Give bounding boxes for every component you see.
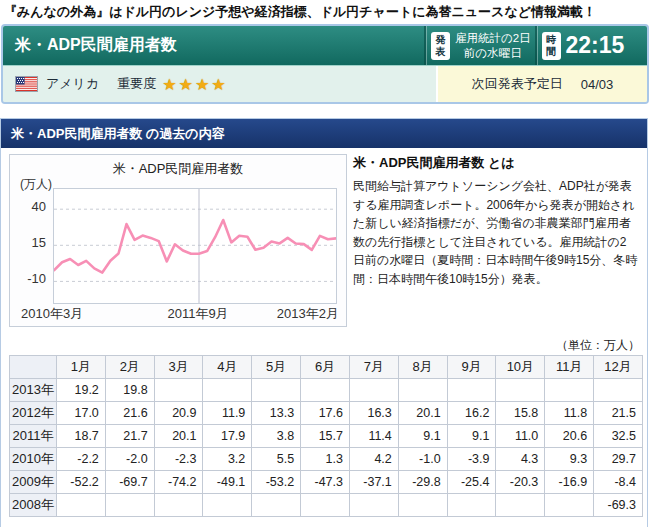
history-table: 1月2月3月4月5月6月7月8月9月10月11月12月 2013年19.219.… [9,355,643,517]
value-cell: -49.1 [203,471,252,494]
month-header: 12月 [594,356,643,379]
value-cell [447,494,496,517]
value-cell: 17.9 [203,425,252,448]
value-cell: 11.0 [496,425,545,448]
value-cell: -52.2 [57,471,106,494]
table-row: 2009年-52.2-69.7-74.2-49.1-53.2-47.3-37.1… [10,471,643,494]
country-label: アメリカ [46,75,99,93]
value-cell: 4.2 [349,448,398,471]
description-body: 民間給与計算アウトソーシング会社、ADP社が発表する雇用調査レポート。2006年… [353,177,638,289]
value-cell: -29.8 [398,471,447,494]
value-cell: 32.5 [594,425,643,448]
description-title: 米・ADP民間雇用者数 とは [353,154,638,172]
value-cell: -8.4 [594,471,643,494]
indicator-description: 米・ADP民間雇用者数 とは 民間給与計算アウトソーシング会社、ADP社が発表す… [353,154,638,289]
month-header: 9月 [447,356,496,379]
month-header: 2月 [105,356,154,379]
table-row: 2010年-2.2-2.0-2.33.25.51.34.2-1.0-3.94.3… [10,448,643,471]
importance-label: 重要度 [117,75,156,93]
chart-x-axis: 2010年3月 2011年9月 2013年2月 [10,305,346,323]
table-header-row: 1月2月3月4月5月6月7月8月9月10月11月12月 [10,356,643,379]
value-cell: 9.3 [545,448,594,471]
indicator-info-row: アメリカ 重要度 ★★★★ 次回発表予定日 04/03 [3,66,647,102]
value-cell [252,379,301,402]
value-cell: -2.0 [105,448,154,471]
year-cell: 2013年 [10,379,57,402]
value-cell: 13.3 [252,402,301,425]
value-cell: 19.8 [105,379,154,402]
corner-cell [10,356,57,379]
value-cell: -16.9 [545,471,594,494]
announce-section: 発表 雇用統計の2日前の水曜日 [424,26,535,65]
value-cell [154,379,203,402]
value-cell: 20.1 [154,425,203,448]
value-cell [154,494,203,517]
x-tick-label: 2010年3月 [21,305,83,323]
month-header: 3月 [154,356,203,379]
value-cell: 4.3 [496,448,545,471]
x-tick-label: 2011年9月 [167,305,228,323]
chart-title: 米・ADP民間雇用者数 [10,160,346,178]
value-cell: -69.7 [105,471,154,494]
history-chart: 米・ADP民間雇用者数 (万人) 4015-10 2010年3月 2011年9月… [9,154,347,327]
value-cell: 1.3 [301,448,350,471]
value-cell [398,494,447,517]
value-cell: 17.6 [301,402,350,425]
value-cell: 29.7 [594,448,643,471]
year-cell: 2011年 [10,425,57,448]
value-cell: -37.1 [349,471,398,494]
value-cell: 11.4 [349,425,398,448]
table-row: 2011年18.721.720.117.93.815.711.49.19.111… [10,425,643,448]
month-header: 7月 [349,356,398,379]
value-cell [496,494,545,517]
time-section: 時間 22:15 [535,26,647,65]
value-cell [349,379,398,402]
value-cell: -2.2 [57,448,106,471]
next-release-label: 次回発表予定日 [472,75,563,93]
value-cell: 19.2 [57,379,106,402]
value-cell: 9.1 [398,425,447,448]
value-cell [398,379,447,402]
x-tick-label: 2013年2月 [277,305,339,323]
next-release: 次回発表予定日 04/03 [436,66,647,102]
month-header: 6月 [301,356,350,379]
value-cell: 11.9 [203,402,252,425]
month-header: 1月 [57,356,106,379]
month-header: 5月 [252,356,301,379]
value-cell: 16.2 [447,402,496,425]
value-cell: -25.4 [447,471,496,494]
value-cell: 11.8 [545,402,594,425]
year-cell: 2009年 [10,471,57,494]
value-cell: 16.3 [349,402,398,425]
announce-badge: 発表 [431,32,450,60]
value-cell [252,494,301,517]
importance-stars: ★★★★ [162,75,227,94]
value-cell [105,494,154,517]
value-cell [301,494,350,517]
y-tick-label: 15 [10,235,46,250]
table-row: 2013年19.219.8 [10,379,643,402]
value-cell: 20.6 [545,425,594,448]
value-cell [545,379,594,402]
month-header: 8月 [398,356,447,379]
month-header: 4月 [203,356,252,379]
next-release-date: 04/03 [581,77,614,92]
time-badge: 時間 [542,32,561,60]
release-time: 22:15 [566,32,625,59]
y-tick-label: -10 [10,271,46,286]
history-widget: 米・ADP民間雇用者数 の過去の内容 米・ADP民間雇用者数 (万人) 4015… [0,118,648,527]
history-content: 米・ADP民間雇用者数 (万人) 4015-10 2010年3月 2011年9月… [1,148,647,527]
value-cell [594,379,643,402]
year-cell: 2012年 [10,402,57,425]
value-cell: 15.7 [301,425,350,448]
value-cell: 15.8 [496,402,545,425]
chart-line-svg [54,189,336,303]
us-flag-icon [15,76,38,92]
value-cell: 3.8 [252,425,301,448]
country-importance: アメリカ 重要度 ★★★★ [3,66,436,102]
value-cell [301,379,350,402]
value-cell: -53.2 [252,471,301,494]
month-header: 10月 [496,356,545,379]
year-cell: 2008年 [10,494,57,517]
value-cell [545,494,594,517]
